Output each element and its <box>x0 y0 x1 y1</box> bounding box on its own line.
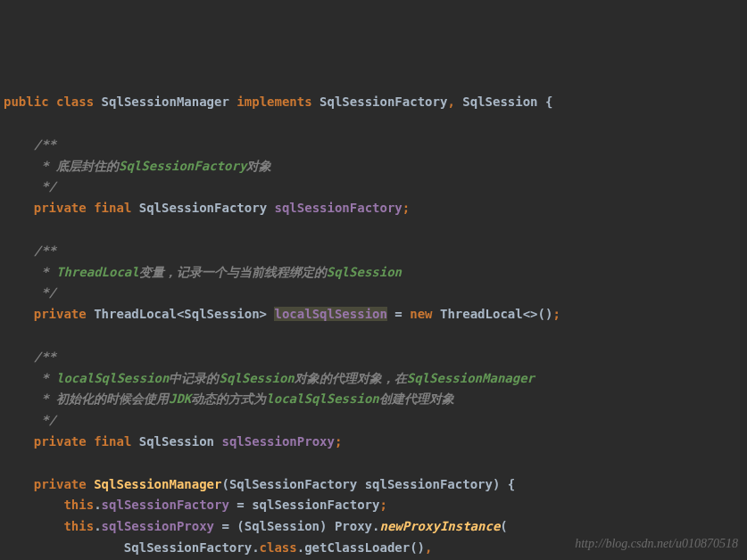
paren: ( <box>500 519 507 533</box>
class-name: SqlSessionManager <box>102 95 229 109</box>
comma: , <box>425 540 432 555</box>
type: ThreadLocal<>() <box>440 307 552 321</box>
code-editor[interactable]: public class SqlSessionManager implement… <box>4 92 743 560</box>
javadoc-line: * 底层封住的SqlSessionFactory对象 <box>34 159 272 173</box>
brace: { <box>545 95 552 109</box>
javadoc-close: */ <box>34 285 56 300</box>
interface: SqlSession <box>462 95 537 109</box>
field-highlighted: localSqlSession <box>274 307 386 321</box>
field: sqlSessionFactory <box>102 498 229 512</box>
semi: ; <box>335 434 342 449</box>
code-text: SqlSessionFactory. <box>124 540 260 555</box>
keyword: public <box>4 95 49 109</box>
field: sqlSessionProxy <box>222 434 335 449</box>
static-method: newProxyInstance <box>379 519 500 533</box>
keyword: final <box>94 201 131 215</box>
javadoc-line: * ThreadLocal变量，记录一个与当前线程绑定的SqlSession <box>34 265 402 279</box>
keyword: new <box>410 307 432 321</box>
keyword: private <box>34 307 87 321</box>
javadoc-close: */ <box>34 413 56 427</box>
keyword: implements <box>237 95 311 109</box>
javadoc-open: /** <box>34 243 56 258</box>
keyword: final <box>94 434 131 449</box>
param-name: sqlSessionFactory <box>365 477 493 491</box>
interface: SqlSessionFactory <box>320 95 447 109</box>
keyword: private <box>34 201 87 215</box>
javadoc-line: * localSqlSession中记录的SqlSession对象的代理对象，在… <box>34 371 535 385</box>
javadoc-open: /** <box>34 350 56 364</box>
keyword: private <box>34 477 87 491</box>
type: SqlSession <box>139 434 214 449</box>
semi: ; <box>552 307 560 321</box>
type: ThreadLocal<SqlSession> <box>94 307 267 321</box>
watermark: http://blog.csdn.net/u010870518 <box>575 533 738 555</box>
code-text: .getClassLoader() <box>297 540 425 555</box>
assign: = sqlSessionFactory <box>229 498 380 512</box>
keyword: this <box>63 519 94 533</box>
keyword: class <box>260 540 297 555</box>
field: sqlSessionProxy <box>102 519 214 533</box>
comma: , <box>447 95 454 109</box>
javadoc-close: */ <box>34 179 56 194</box>
semi: ; <box>403 201 410 215</box>
javadoc-open: /** <box>34 137 56 152</box>
javadoc-line: * 初始化的时候会使用JDK动态的方式为localSqlSession创建代理对… <box>34 391 454 406</box>
op: = <box>387 307 410 321</box>
semi: ; <box>379 498 386 512</box>
keyword: this <box>63 498 94 512</box>
type: SqlSessionFactory <box>139 201 267 215</box>
keyword: class <box>56 95 94 109</box>
assign: = (SqlSession) Proxy. <box>214 519 379 533</box>
brace: { <box>508 477 515 491</box>
keyword: private <box>34 434 87 449</box>
constructor: SqlSessionManager <box>94 477 221 491</box>
field: sqlSessionFactory <box>275 201 403 215</box>
param-type: SqlSessionFactory <box>229 477 357 491</box>
